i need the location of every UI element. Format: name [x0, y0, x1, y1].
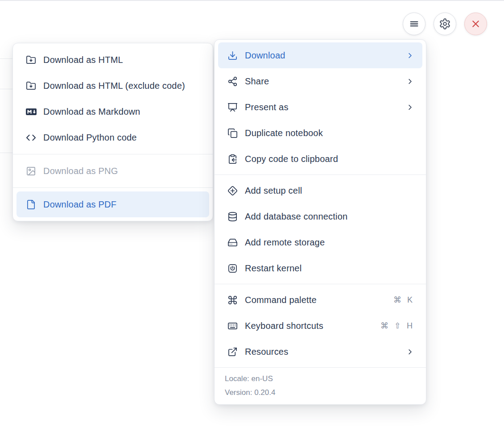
- chevron-right-icon: [406, 348, 414, 356]
- menu-item-download-as-html-exclude-code[interactable]: Download as HTML (exclude code): [17, 73, 209, 99]
- menu-item-label: Duplicate notebook: [245, 128, 414, 138]
- menu-item-label: Download as Markdown: [43, 107, 201, 117]
- toolbar: [403, 12, 487, 35]
- command-icon: [227, 295, 238, 306]
- menu-item-download[interactable]: Download: [218, 42, 422, 68]
- menu-item-add-setup-cell[interactable]: Add setup cell: [218, 178, 422, 203]
- menu-item-resources[interactable]: Resources: [218, 339, 422, 365]
- menu-item-duplicate-notebook[interactable]: Duplicate notebook: [218, 120, 422, 146]
- menu-item-label: Add setup cell: [245, 186, 414, 196]
- menu-item-shortcut: ⌘ ⇧ H: [380, 321, 414, 331]
- main-menu: DownloadSharePresent asDuplicate noteboo…: [214, 39, 426, 405]
- menu-item-keyboard-shortcuts[interactable]: Keyboard shortcuts⌘ ⇧ H: [218, 313, 422, 339]
- menu-item-share[interactable]: Share: [218, 68, 422, 94]
- menu-group: Add setup cellAdd database connectionAdd…: [215, 175, 426, 284]
- duplicate-icon: [227, 128, 238, 139]
- chevron-right-icon: [406, 77, 414, 86]
- code-icon: [25, 132, 37, 143]
- menu-item-copy-code-to-clipboard[interactable]: Copy code to clipboard: [218, 146, 422, 172]
- download-submenu: Download as HTMLDownload as HTML (exclud…: [12, 43, 213, 221]
- menu-group: Download as PNG: [13, 154, 213, 187]
- hard-drive-icon: [227, 237, 238, 248]
- folder-download-icon: [25, 54, 37, 66]
- page-underlay-line: [0, 58, 13, 59]
- gear-icon: [439, 18, 451, 30]
- menu-item-add-database-connection[interactable]: Add database connection: [218, 203, 422, 229]
- clipboard-copy-icon: [227, 154, 238, 165]
- menu-item-label: Add database connection: [245, 212, 414, 222]
- image-icon: [25, 166, 37, 177]
- menu-item-download-as-markdown[interactable]: Download as Markdown: [17, 99, 209, 125]
- menu-item-label: Download as PNG: [43, 166, 201, 176]
- page-underlay-line: [0, 153, 13, 153]
- menu-item-label: Present as: [245, 102, 401, 112]
- menu-item-label: Command palette: [245, 295, 388, 305]
- menu-button[interactable]: [403, 12, 426, 35]
- menu-item-add-remote-storage[interactable]: Add remote storage: [218, 229, 422, 255]
- menu-item-label: Add remote storage: [245, 237, 414, 248]
- menu-item-label: Copy code to clipboard: [245, 154, 414, 164]
- page-top-border: [0, 0, 504, 1]
- menu-item-shortcut: ⌘ K: [393, 295, 414, 305]
- menu-item-label: Download as PDF: [43, 199, 201, 210]
- folder-download-icon: [25, 80, 37, 91]
- menu-group: DownloadSharePresent asDuplicate noteboo…: [215, 40, 426, 174]
- menu-item-label: Download as HTML: [43, 55, 201, 65]
- menu-group: Download as PDF: [13, 188, 213, 221]
- external-link-icon: [227, 346, 238, 357]
- power-icon: [227, 263, 238, 274]
- file-icon: [25, 199, 37, 210]
- menu-item-label: Download: [245, 50, 401, 61]
- chevron-right-icon: [406, 51, 414, 60]
- menu-item-label: Keyboard shortcuts: [245, 321, 375, 331]
- menu-item-label: Share: [245, 76, 401, 87]
- version-text: Version: 0.20.4: [215, 386, 426, 399]
- menu-group: Download as HTMLDownload as HTML (exclud…: [13, 43, 213, 154]
- menu-item-label: Resources: [245, 347, 401, 357]
- chevron-right-icon: [406, 103, 414, 112]
- keyboard-icon: [227, 320, 238, 332]
- menu-item-restart-kernel[interactable]: Restart kernel: [218, 255, 422, 281]
- main-menu-groups: DownloadSharePresent asDuplicate noteboo…: [215, 40, 426, 367]
- menu-item-download-python-code[interactable]: Download Python code: [17, 125, 209, 150]
- menu-item-label: Download Python code: [43, 133, 201, 143]
- share-icon: [227, 76, 238, 87]
- database-icon: [227, 211, 238, 222]
- menu-item-command-palette[interactable]: Command palette⌘ K: [218, 287, 422, 313]
- diamond-plus-icon: [227, 185, 238, 196]
- main-menu-footer: Locale: en-US Version: 0.20.4: [215, 368, 426, 404]
- close-button[interactable]: [464, 12, 487, 35]
- hamburger-icon: [409, 18, 420, 29]
- page-underlay-line: [0, 89, 13, 89]
- menu-item-download-as-png[interactable]: Download as PNG: [17, 158, 209, 184]
- settings-button[interactable]: [434, 12, 456, 35]
- menu-item-label: Download as HTML (exclude code): [43, 81, 201, 91]
- download-icon: [227, 50, 238, 61]
- locale-text: Locale: en-US: [215, 372, 426, 386]
- markdown-icon: [25, 106, 37, 117]
- menu-item-download-as-pdf[interactable]: Download as PDF: [17, 191, 209, 217]
- menu-item-label: Restart kernel: [245, 263, 414, 274]
- menu-item-present-as[interactable]: Present as: [218, 94, 422, 120]
- menu-item-download-as-html[interactable]: Download as HTML: [17, 47, 209, 73]
- close-icon: [470, 18, 481, 29]
- menu-group: Command palette⌘ KKeyboard shortcuts⌘ ⇧ …: [215, 284, 426, 367]
- presentation-icon: [227, 102, 238, 113]
